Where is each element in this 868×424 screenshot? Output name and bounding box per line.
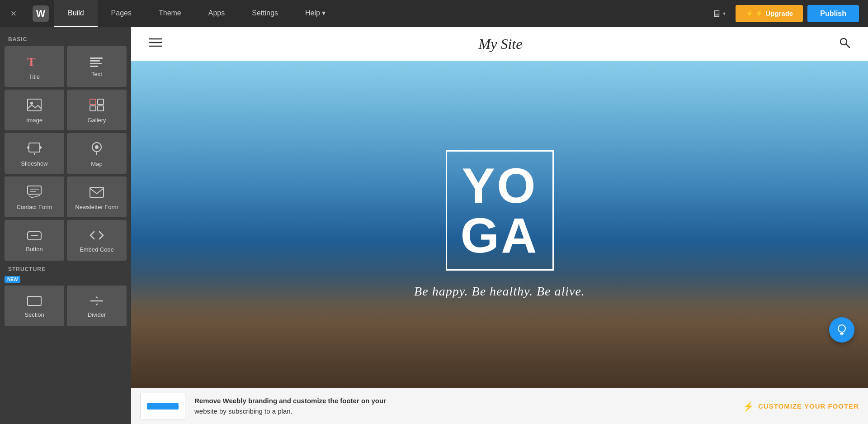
- sidebar-item-gallery[interactable]: Gallery: [67, 90, 127, 130]
- svg-line-28: [846, 44, 849, 48]
- yoga-logo-box: YOGA: [446, 150, 554, 271]
- image-icon: [27, 99, 42, 113]
- map-label: Map: [91, 161, 102, 167]
- contact-form-label: Contact Form: [17, 204, 52, 210]
- sidebar-item-newsletter-form[interactable]: Newsletter Form: [67, 176, 127, 217]
- hero-overlay: YOGA Be happy. Be healthy. Be alive.: [131, 61, 868, 388]
- svg-rect-3: [28, 99, 41, 111]
- footer-banner-text: Remove Weebly branding and customize the…: [194, 396, 734, 416]
- yoga-title: YOGA: [461, 161, 539, 260]
- svg-rect-19: [90, 187, 104, 197]
- slideshow-icon: [26, 142, 42, 157]
- structure-section-label: STRUCTURE: [5, 264, 127, 276]
- svg-point-29: [838, 325, 845, 332]
- lightning-icon: ⚡: [743, 401, 755, 412]
- embed-code-label: Embed Code: [80, 246, 114, 253]
- svg-rect-5: [90, 99, 96, 105]
- text-icon: [90, 57, 104, 67]
- customize-footer-button[interactable]: ⚡ CUSTOMIZE YOUR FOOTER: [743, 401, 859, 412]
- button-label: Button: [26, 246, 43, 252]
- sidebar-item-text[interactable]: Text: [67, 46, 127, 87]
- sidebar-item-slideshow[interactable]: Slideshow: [5, 133, 64, 174]
- embed-code-icon: [90, 230, 104, 243]
- divider-icon: [90, 296, 104, 308]
- section-label: Section: [24, 311, 44, 318]
- footer-banner-img-inner: [147, 403, 179, 410]
- svg-point-27: [840, 38, 847, 45]
- hero-section: YOGA Be happy. Be healthy. Be alive.: [131, 61, 868, 388]
- tab-pages[interactable]: Pages: [98, 0, 145, 27]
- svg-rect-22: [28, 296, 41, 305]
- gallery-label: Gallery: [87, 117, 106, 124]
- contact-form-icon: [27, 186, 42, 200]
- close-button[interactable]: ×: [0, 8, 27, 19]
- sidebar: BASIC T Title Tex: [0, 27, 131, 424]
- divider-label: Divider: [88, 311, 106, 318]
- device-selector[interactable]: 🖥 ▾: [707, 5, 731, 23]
- search-icon[interactable]: [839, 37, 850, 51]
- title-label: Title: [29, 73, 40, 80]
- svg-rect-6: [98, 99, 104, 105]
- text-label: Text: [91, 71, 102, 77]
- new-badge: NEW: [5, 276, 20, 283]
- svg-rect-7: [90, 106, 96, 111]
- tab-theme[interactable]: Theme: [145, 0, 195, 27]
- button-icon: [27, 230, 42, 242]
- svg-marker-11: [40, 145, 42, 150]
- gallery-icon: [90, 99, 104, 113]
- svg-point-4: [30, 102, 33, 105]
- hero-subtitle: Be happy. Be healthy. Be alive.: [414, 284, 585, 299]
- lightbulb-fab[interactable]: [829, 317, 854, 343]
- basic-section-label: BASIC: [5, 34, 127, 46]
- upgrade-icon: ⚡: [745, 10, 754, 18]
- svg-marker-10: [27, 145, 29, 150]
- basic-grid: T Title Text: [5, 46, 127, 261]
- main-area: BASIC T Title Tex: [0, 27, 868, 424]
- image-label: Image: [26, 117, 42, 124]
- newsletter-form-label: Newsletter Form: [75, 204, 118, 210]
- sidebar-item-embed-code[interactable]: Embed Code: [67, 220, 127, 261]
- sidebar-item-contact-form[interactable]: Contact Form: [5, 176, 64, 217]
- sidebar-item-divider[interactable]: Divider: [67, 286, 127, 326]
- newsletter-form-icon: [90, 186, 104, 200]
- tab-help[interactable]: Help ▾: [292, 0, 339, 27]
- weebly-logo: W: [27, 5, 54, 22]
- footer-banner: Remove Weebly branding and customize the…: [131, 388, 868, 424]
- svg-text:W: W: [36, 8, 46, 19]
- footer-banner-preview: [140, 393, 185, 420]
- nav-right: 🖥 ▾ ⚡ ⚡ Upgrade Publish: [707, 5, 868, 23]
- hamburger-menu-icon[interactable]: [149, 38, 162, 50]
- svg-rect-16: [28, 186, 41, 194]
- structure-grid: Section Divider: [5, 286, 127, 326]
- tab-settings[interactable]: Settings: [238, 0, 292, 27]
- sidebar-item-section[interactable]: Section: [5, 286, 64, 326]
- nav-tabs: Build Pages Theme Apps Settings Help ▾: [54, 0, 707, 27]
- svg-rect-8: [98, 106, 104, 111]
- title-icon: T: [27, 55, 42, 70]
- structure-section: STRUCTURE NEW Section: [5, 264, 127, 326]
- sidebar-item-image[interactable]: Image: [5, 90, 64, 130]
- canvas-area: My Site YOGA Be happy. Be healt: [131, 27, 868, 424]
- tab-build[interactable]: Build: [54, 0, 98, 27]
- svg-point-14: [95, 145, 99, 149]
- svg-rect-9: [29, 143, 40, 152]
- section-icon: [27, 296, 42, 308]
- svg-text:T: T: [27, 55, 36, 68]
- top-nav: × W Build Pages Theme Apps Settings Help…: [0, 0, 868, 27]
- publish-button[interactable]: Publish: [807, 5, 859, 22]
- site-header: My Site: [131, 27, 868, 61]
- site-title: My Site: [479, 36, 523, 52]
- tab-apps[interactable]: Apps: [195, 0, 238, 27]
- sidebar-item-title[interactable]: T Title: [5, 46, 64, 87]
- map-icon: [90, 142, 103, 157]
- sidebar-item-map[interactable]: Map: [67, 133, 127, 174]
- slideshow-label: Slideshow: [21, 160, 47, 167]
- upgrade-button[interactable]: ⚡ ⚡ Upgrade: [736, 5, 803, 22]
- sidebar-item-button[interactable]: Button: [5, 220, 64, 261]
- badge-row: NEW: [5, 276, 127, 283]
- device-icon: 🖥: [712, 9, 721, 19]
